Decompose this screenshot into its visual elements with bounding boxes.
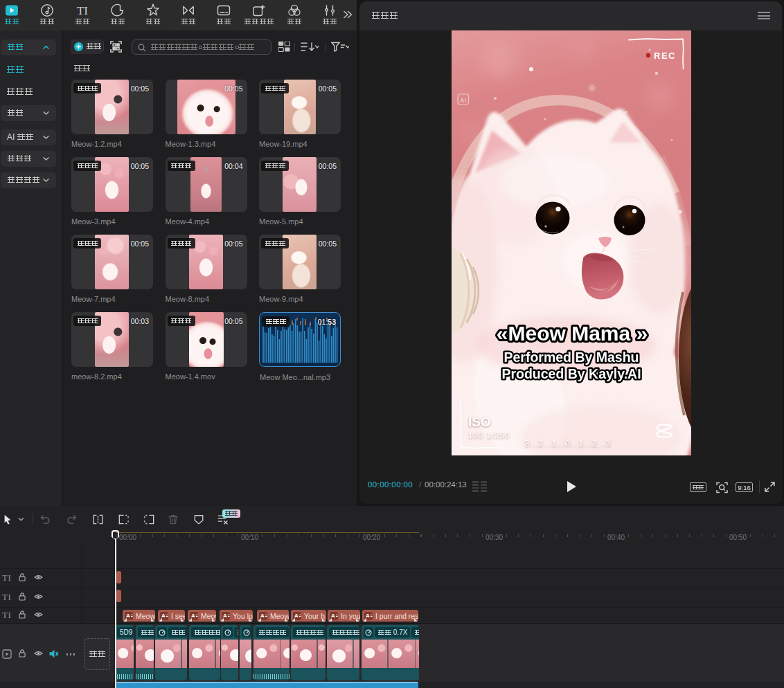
svg-text:AI: AI — [460, 97, 466, 104]
svg-text:REC: REC — [654, 51, 676, 61]
svg-text:100 1/250: 100 1/250 — [468, 431, 510, 440]
svg-text:Produced By Kayly.AI: Produced By Kayly.AI — [501, 366, 641, 381]
svg-text:ISO: ISO — [468, 415, 491, 429]
svg-text:«Meow Mama »: «Meow Mama » — [497, 322, 648, 345]
svg-text:TI: TI — [77, 4, 88, 17]
svg-text:3..2..1..0..1..2..3: 3..2..1..0..1..2..3 — [524, 438, 612, 449]
svg-text:Performed By Mashu: Performed By Mashu — [504, 350, 639, 365]
